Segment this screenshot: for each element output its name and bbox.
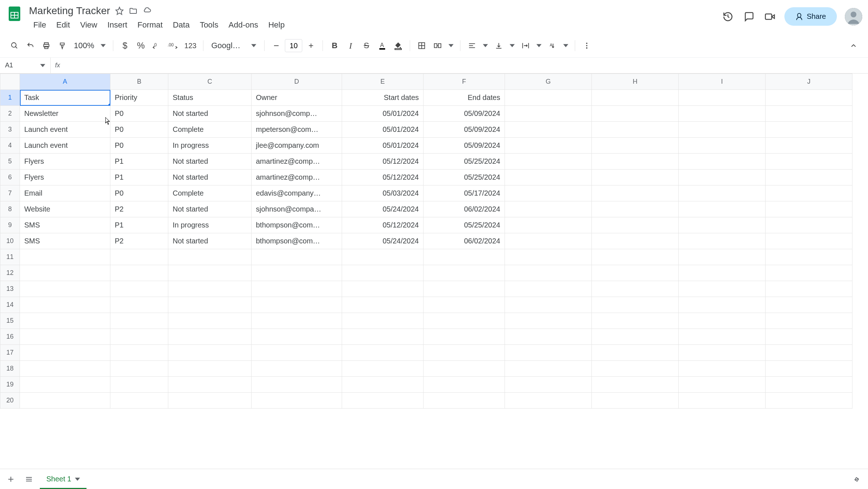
cell[interactable] [20,249,110,265]
cell[interactable]: P0 [110,106,168,122]
cell[interactable] [766,201,852,217]
text-rotation-icon[interactable]: A [545,38,560,54]
sheet-tab[interactable]: Sheet 1 [40,469,87,489]
cell[interactable] [766,281,852,297]
cell[interactable] [505,361,592,377]
column-header-A[interactable]: A [20,74,110,90]
font-size-input[interactable] [285,39,302,52]
select-all-corner[interactable] [0,74,20,90]
cell[interactable]: sjohnson@compa… [252,201,342,217]
cell[interactable] [766,185,852,201]
cell[interactable] [110,313,168,329]
cell[interactable]: Not started [168,233,252,249]
cell[interactable]: P2 [110,201,168,217]
cell[interactable] [592,106,679,122]
row-header[interactable]: 14 [0,297,20,313]
row-header[interactable]: 19 [0,377,20,393]
cell[interactable] [20,345,110,361]
cell[interactable] [766,393,852,409]
cell[interactable]: jlee@company.com [252,138,342,154]
cell[interactable] [505,217,592,233]
cell[interactable] [20,281,110,297]
cell[interactable] [766,154,852,170]
cell[interactable]: P0 [110,122,168,138]
cell[interactable] [168,393,252,409]
decrease-decimal-icon[interactable]: .0 [149,38,164,54]
cell[interactable]: P0 [110,185,168,201]
cell[interactable] [766,233,852,249]
cell[interactable] [505,201,592,217]
cell[interactable] [342,313,424,329]
cell[interactable] [592,201,679,217]
cell[interactable] [592,377,679,393]
cell[interactable]: SMS [20,233,110,249]
formula-bar[interactable] [64,58,868,73]
cell[interactable]: P1 [110,217,168,233]
number-format-icon[interactable]: 123 [182,38,198,54]
cell[interactable] [505,154,592,170]
search-menus-icon[interactable] [7,38,22,54]
menu-add-ons[interactable]: Add-ons [224,18,262,32]
fill-color-icon[interactable] [391,38,405,54]
cell[interactable] [679,377,766,393]
row-header[interactable]: 3 [0,122,20,138]
cell[interactable] [679,329,766,345]
cell[interactable] [505,249,592,265]
cell[interactable] [505,265,592,281]
cell[interactable] [252,361,342,377]
cell[interactable] [505,233,592,249]
cell[interactable] [252,345,342,361]
cell[interactable]: 05/24/2024 [342,233,424,249]
cell[interactable] [252,313,342,329]
cell[interactable] [424,361,505,377]
cell[interactable] [342,329,424,345]
cell[interactable] [20,393,110,409]
cell[interactable]: 05/09/2024 [424,106,505,122]
cell[interactable] [505,122,592,138]
row-header[interactable]: 1 [0,90,20,106]
cell[interactable] [592,361,679,377]
cell[interactable] [592,393,679,409]
cell[interactable] [20,329,110,345]
cell[interactable] [168,297,252,313]
cell[interactable] [679,361,766,377]
move-folder-icon[interactable] [129,7,138,15]
cell[interactable]: End dates [424,90,505,106]
column-header-G[interactable]: G [505,74,592,90]
menu-insert[interactable]: Insert [103,18,132,32]
star-icon[interactable] [115,7,124,15]
column-header-E[interactable]: E [342,74,424,90]
cell[interactable] [505,329,592,345]
undo-icon[interactable] [23,38,38,54]
menu-file[interactable]: File [29,18,50,32]
cell[interactable]: amartinez@comp… [252,170,342,185]
cell[interactable] [110,377,168,393]
cell[interactable] [424,377,505,393]
row-header[interactable]: 17 [0,345,20,361]
cell[interactable] [505,297,592,313]
cell[interactable] [252,265,342,281]
cell[interactable] [342,297,424,313]
cell[interactable] [766,106,852,122]
cell[interactable]: Owner [252,90,342,106]
cell[interactable] [679,201,766,217]
cell[interactable] [766,122,852,138]
cell[interactable] [252,249,342,265]
menu-view[interactable]: View [76,18,101,32]
cell[interactable] [679,233,766,249]
cell[interactable] [424,249,505,265]
cell[interactable] [342,345,424,361]
cell[interactable] [20,361,110,377]
cell[interactable] [766,90,852,106]
cell[interactable] [110,297,168,313]
italic-icon[interactable]: I [343,38,358,54]
row-header[interactable]: 15 [0,313,20,329]
cell[interactable]: 05/09/2024 [424,138,505,154]
cell[interactable]: Complete [168,185,252,201]
collapse-toolbar-icon[interactable] [846,38,861,54]
cell[interactable] [20,297,110,313]
cell[interactable]: 05/17/2024 [424,185,505,201]
cell[interactable] [679,297,766,313]
cell[interactable] [424,345,505,361]
row-header[interactable]: 11 [0,249,20,265]
